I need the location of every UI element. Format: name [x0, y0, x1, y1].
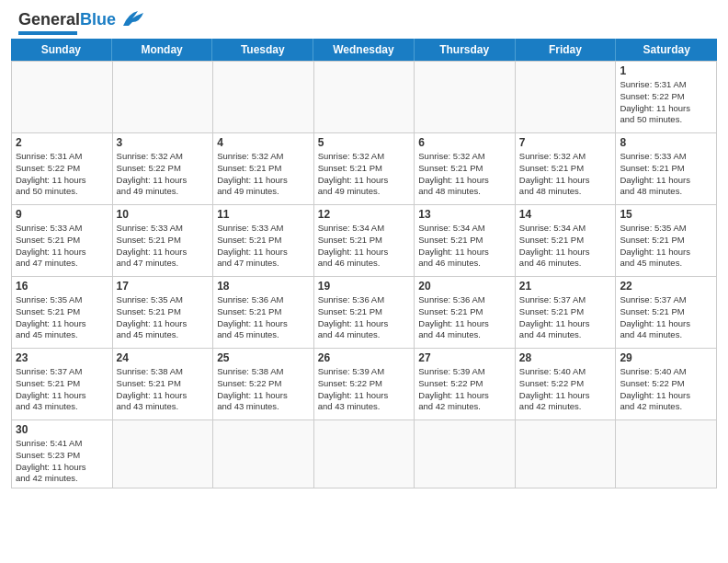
- day-number: 9: [16, 208, 108, 221]
- day-number: 1: [620, 64, 712, 77]
- calendar-cell: [415, 420, 516, 488]
- calendar-cell: 8Sunrise: 5:33 AM Sunset: 5:21 PM Daylig…: [616, 133, 717, 205]
- logo-bird-icon: [119, 9, 145, 29]
- day-number: 17: [117, 280, 210, 293]
- cell-info: Sunrise: 5:40 AM Sunset: 5:22 PM Dayligh…: [519, 366, 612, 413]
- calendar-cell: 18Sunrise: 5:36 AM Sunset: 5:21 PM Dayli…: [213, 277, 314, 349]
- calendar-cell: [113, 420, 214, 488]
- day-number: 22: [620, 280, 712, 293]
- day-number: 7: [519, 136, 612, 149]
- day-of-week-header: Thursday: [415, 39, 516, 61]
- calendar-cell: 15Sunrise: 5:35 AM Sunset: 5:21 PM Dayli…: [616, 205, 717, 277]
- cell-info: Sunrise: 5:35 AM Sunset: 5:21 PM Dayligh…: [620, 223, 712, 270]
- day-number: 18: [217, 280, 310, 293]
- calendar-cell: [314, 62, 415, 133]
- calendar-cell: 11Sunrise: 5:33 AM Sunset: 5:21 PM Dayli…: [213, 205, 314, 277]
- cell-info: Sunrise: 5:41 AM Sunset: 5:23 PM Dayligh…: [16, 438, 108, 485]
- calendar-cell: 4Sunrise: 5:32 AM Sunset: 5:21 PM Daylig…: [213, 133, 314, 205]
- calendar-cell: 5Sunrise: 5:32 AM Sunset: 5:21 PM Daylig…: [314, 133, 415, 205]
- day-number: 8: [620, 136, 712, 149]
- day-number: 3: [117, 136, 210, 149]
- cell-info: Sunrise: 5:40 AM Sunset: 5:22 PM Dayligh…: [620, 366, 712, 413]
- cell-info: Sunrise: 5:32 AM Sunset: 5:21 PM Dayligh…: [418, 151, 511, 198]
- calendar: SundayMondayTuesdayWednesdayThursdayFrid…: [11, 39, 717, 488]
- calendar-cell: [12, 62, 113, 133]
- day-number: 4: [217, 136, 310, 149]
- calendar-cell: 21Sunrise: 5:37 AM Sunset: 5:21 PM Dayli…: [516, 277, 617, 349]
- day-number: 5: [318, 136, 411, 149]
- day-of-week-header: Monday: [112, 39, 213, 61]
- day-number: 19: [318, 280, 411, 293]
- calendar-cell: [213, 62, 314, 133]
- cell-info: Sunrise: 5:33 AM Sunset: 5:21 PM Dayligh…: [117, 223, 210, 270]
- day-number: 11: [217, 208, 310, 221]
- logo-text: GeneralBlue: [18, 11, 116, 28]
- cell-info: Sunrise: 5:32 AM Sunset: 5:21 PM Dayligh…: [318, 151, 411, 198]
- day-number: 10: [117, 208, 210, 221]
- calendar-cell: 22Sunrise: 5:37 AM Sunset: 5:21 PM Dayli…: [616, 277, 717, 349]
- cell-info: Sunrise: 5:37 AM Sunset: 5:21 PM Dayligh…: [16, 366, 108, 413]
- cell-info: Sunrise: 5:39 AM Sunset: 5:22 PM Dayligh…: [418, 366, 511, 413]
- calendar-cell: 23Sunrise: 5:37 AM Sunset: 5:21 PM Dayli…: [12, 349, 113, 420]
- day-number: 15: [620, 208, 712, 221]
- day-of-week-header: Sunday: [11, 39, 112, 61]
- calendar-cell: 27Sunrise: 5:39 AM Sunset: 5:22 PM Dayli…: [415, 349, 516, 420]
- calendar-cell: 25Sunrise: 5:38 AM Sunset: 5:22 PM Dayli…: [213, 349, 314, 420]
- cell-info: Sunrise: 5:33 AM Sunset: 5:21 PM Dayligh…: [620, 151, 712, 198]
- calendar-cell: [213, 420, 314, 488]
- cell-info: Sunrise: 5:39 AM Sunset: 5:22 PM Dayligh…: [318, 366, 411, 413]
- day-of-week-header: Saturday: [616, 39, 717, 61]
- calendar-cell: [314, 420, 415, 488]
- day-number: 28: [519, 351, 612, 364]
- page-header: GeneralBlue: [0, 0, 728, 39]
- cell-info: Sunrise: 5:34 AM Sunset: 5:21 PM Dayligh…: [418, 223, 511, 270]
- logo: GeneralBlue: [18, 9, 145, 35]
- day-of-week-header: Friday: [516, 39, 617, 61]
- day-number: 13: [418, 208, 511, 221]
- day-of-week-header: Wednesday: [313, 39, 415, 61]
- cell-info: Sunrise: 5:33 AM Sunset: 5:21 PM Dayligh…: [16, 223, 108, 270]
- cell-info: Sunrise: 5:35 AM Sunset: 5:21 PM Dayligh…: [16, 294, 108, 341]
- cell-info: Sunrise: 5:37 AM Sunset: 5:21 PM Dayligh…: [519, 294, 612, 341]
- calendar-cell: 3Sunrise: 5:32 AM Sunset: 5:22 PM Daylig…: [113, 133, 214, 205]
- cell-info: Sunrise: 5:32 AM Sunset: 5:21 PM Dayligh…: [217, 151, 310, 198]
- day-number: 24: [117, 351, 210, 364]
- cell-info: Sunrise: 5:38 AM Sunset: 5:22 PM Dayligh…: [217, 366, 310, 413]
- day-number: 21: [519, 280, 612, 293]
- cell-info: Sunrise: 5:31 AM Sunset: 5:22 PM Dayligh…: [620, 79, 712, 126]
- cell-info: Sunrise: 5:36 AM Sunset: 5:21 PM Dayligh…: [318, 294, 411, 341]
- calendar-cell: [415, 62, 516, 133]
- day-number: 6: [418, 136, 511, 149]
- day-number: 23: [16, 351, 108, 364]
- day-number: 2: [16, 136, 108, 149]
- calendar-cell: 16Sunrise: 5:35 AM Sunset: 5:21 PM Dayli…: [12, 277, 113, 349]
- day-number: 30: [16, 423, 108, 436]
- calendar-cell: 29Sunrise: 5:40 AM Sunset: 5:22 PM Dayli…: [616, 349, 717, 420]
- calendar-cell: 9Sunrise: 5:33 AM Sunset: 5:21 PM Daylig…: [12, 205, 113, 277]
- calendar-cell: 30Sunrise: 5:41 AM Sunset: 5:23 PM Dayli…: [12, 420, 113, 488]
- calendar-cell: 19Sunrise: 5:36 AM Sunset: 5:21 PM Dayli…: [314, 277, 415, 349]
- calendar-cell: 24Sunrise: 5:38 AM Sunset: 5:21 PM Dayli…: [113, 349, 214, 420]
- day-number: 14: [519, 208, 612, 221]
- calendar-cell: 1Sunrise: 5:31 AM Sunset: 5:22 PM Daylig…: [616, 62, 717, 133]
- calendar-cell: 28Sunrise: 5:40 AM Sunset: 5:22 PM Dayli…: [516, 349, 617, 420]
- day-number: 16: [16, 280, 108, 293]
- cell-info: Sunrise: 5:33 AM Sunset: 5:21 PM Dayligh…: [217, 223, 310, 270]
- cell-info: Sunrise: 5:31 AM Sunset: 5:22 PM Dayligh…: [16, 151, 108, 198]
- day-number: 12: [318, 208, 411, 221]
- day-number: 29: [620, 351, 712, 364]
- day-number: 25: [217, 351, 310, 364]
- calendar-cell: [516, 420, 617, 488]
- cell-info: Sunrise: 5:35 AM Sunset: 5:21 PM Dayligh…: [117, 294, 210, 341]
- cell-info: Sunrise: 5:32 AM Sunset: 5:21 PM Dayligh…: [519, 151, 612, 198]
- cell-info: Sunrise: 5:32 AM Sunset: 5:22 PM Dayligh…: [117, 151, 210, 198]
- calendar-cell: 7Sunrise: 5:32 AM Sunset: 5:21 PM Daylig…: [516, 133, 617, 205]
- calendar-cell: 13Sunrise: 5:34 AM Sunset: 5:21 PM Dayli…: [415, 205, 516, 277]
- cell-info: Sunrise: 5:37 AM Sunset: 5:21 PM Dayligh…: [620, 294, 712, 341]
- cell-info: Sunrise: 5:38 AM Sunset: 5:21 PM Dayligh…: [117, 366, 210, 413]
- calendar-cell: 12Sunrise: 5:34 AM Sunset: 5:21 PM Dayli…: [314, 205, 415, 277]
- calendar-cell: 17Sunrise: 5:35 AM Sunset: 5:21 PM Dayli…: [113, 277, 214, 349]
- cell-info: Sunrise: 5:34 AM Sunset: 5:21 PM Dayligh…: [318, 223, 411, 270]
- calendar-cell: [113, 62, 214, 133]
- calendar-cell: 26Sunrise: 5:39 AM Sunset: 5:22 PM Dayli…: [314, 349, 415, 420]
